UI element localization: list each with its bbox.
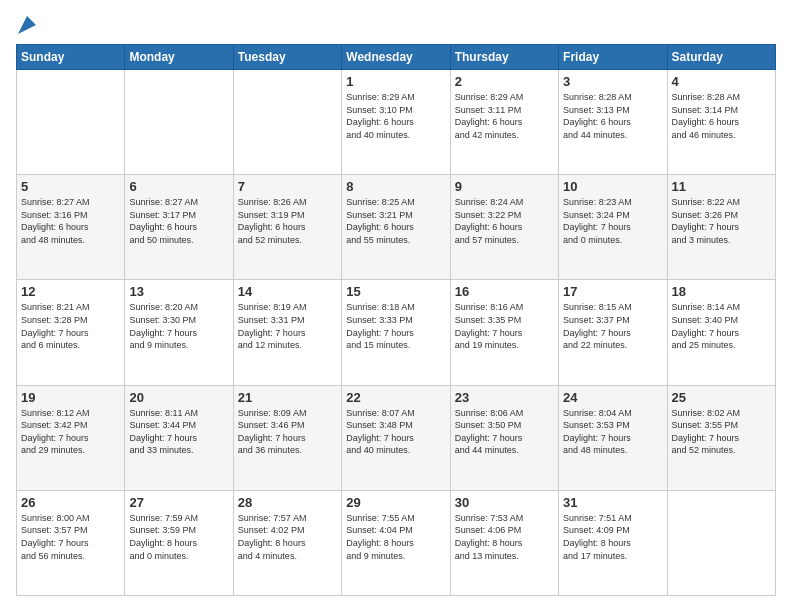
calendar-cell: 31Sunrise: 7:51 AM Sunset: 4:09 PM Dayli… bbox=[559, 490, 667, 595]
day-info: Sunrise: 8:25 AM Sunset: 3:21 PM Dayligh… bbox=[346, 196, 445, 246]
day-number: 5 bbox=[21, 179, 120, 194]
day-number: 8 bbox=[346, 179, 445, 194]
day-number: 22 bbox=[346, 390, 445, 405]
day-number: 14 bbox=[238, 284, 337, 299]
day-number: 26 bbox=[21, 495, 120, 510]
day-info: Sunrise: 8:12 AM Sunset: 3:42 PM Dayligh… bbox=[21, 407, 120, 457]
calendar-cell: 2Sunrise: 8:29 AM Sunset: 3:11 PM Daylig… bbox=[450, 70, 558, 175]
weekday-header-tuesday: Tuesday bbox=[233, 45, 341, 70]
calendar-week-row: 12Sunrise: 8:21 AM Sunset: 3:28 PM Dayli… bbox=[17, 280, 776, 385]
calendar-cell: 4Sunrise: 8:28 AM Sunset: 3:14 PM Daylig… bbox=[667, 70, 775, 175]
calendar-cell: 25Sunrise: 8:02 AM Sunset: 3:55 PM Dayli… bbox=[667, 385, 775, 490]
calendar-cell: 7Sunrise: 8:26 AM Sunset: 3:19 PM Daylig… bbox=[233, 175, 341, 280]
day-info: Sunrise: 7:55 AM Sunset: 4:04 PM Dayligh… bbox=[346, 512, 445, 562]
calendar-cell: 19Sunrise: 8:12 AM Sunset: 3:42 PM Dayli… bbox=[17, 385, 125, 490]
day-number: 20 bbox=[129, 390, 228, 405]
day-number: 1 bbox=[346, 74, 445, 89]
day-info: Sunrise: 8:27 AM Sunset: 3:16 PM Dayligh… bbox=[21, 196, 120, 246]
day-info: Sunrise: 8:26 AM Sunset: 3:19 PM Dayligh… bbox=[238, 196, 337, 246]
day-number: 4 bbox=[672, 74, 771, 89]
calendar-cell bbox=[125, 70, 233, 175]
calendar-cell: 17Sunrise: 8:15 AM Sunset: 3:37 PM Dayli… bbox=[559, 280, 667, 385]
calendar-cell: 12Sunrise: 8:21 AM Sunset: 3:28 PM Dayli… bbox=[17, 280, 125, 385]
day-number: 13 bbox=[129, 284, 228, 299]
day-number: 9 bbox=[455, 179, 554, 194]
weekday-header-wednesday: Wednesday bbox=[342, 45, 450, 70]
calendar-table: SundayMondayTuesdayWednesdayThursdayFrid… bbox=[16, 44, 776, 596]
day-number: 30 bbox=[455, 495, 554, 510]
day-number: 23 bbox=[455, 390, 554, 405]
day-number: 17 bbox=[563, 284, 662, 299]
weekday-header-friday: Friday bbox=[559, 45, 667, 70]
day-info: Sunrise: 8:28 AM Sunset: 3:13 PM Dayligh… bbox=[563, 91, 662, 141]
day-number: 29 bbox=[346, 495, 445, 510]
day-info: Sunrise: 8:04 AM Sunset: 3:53 PM Dayligh… bbox=[563, 407, 662, 457]
day-number: 6 bbox=[129, 179, 228, 194]
day-number: 15 bbox=[346, 284, 445, 299]
calendar-cell: 3Sunrise: 8:28 AM Sunset: 3:13 PM Daylig… bbox=[559, 70, 667, 175]
day-number: 27 bbox=[129, 495, 228, 510]
day-info: Sunrise: 8:22 AM Sunset: 3:26 PM Dayligh… bbox=[672, 196, 771, 246]
day-info: Sunrise: 8:27 AM Sunset: 3:17 PM Dayligh… bbox=[129, 196, 228, 246]
calendar-cell: 27Sunrise: 7:59 AM Sunset: 3:59 PM Dayli… bbox=[125, 490, 233, 595]
calendar-cell: 24Sunrise: 8:04 AM Sunset: 3:53 PM Dayli… bbox=[559, 385, 667, 490]
day-info: Sunrise: 8:06 AM Sunset: 3:50 PM Dayligh… bbox=[455, 407, 554, 457]
calendar-cell: 22Sunrise: 8:07 AM Sunset: 3:48 PM Dayli… bbox=[342, 385, 450, 490]
calendar-cell: 20Sunrise: 8:11 AM Sunset: 3:44 PM Dayli… bbox=[125, 385, 233, 490]
day-info: Sunrise: 8:18 AM Sunset: 3:33 PM Dayligh… bbox=[346, 301, 445, 351]
day-info: Sunrise: 8:00 AM Sunset: 3:57 PM Dayligh… bbox=[21, 512, 120, 562]
weekday-header-thursday: Thursday bbox=[450, 45, 558, 70]
calendar-cell bbox=[17, 70, 125, 175]
calendar-cell: 16Sunrise: 8:16 AM Sunset: 3:35 PM Dayli… bbox=[450, 280, 558, 385]
day-info: Sunrise: 8:23 AM Sunset: 3:24 PM Dayligh… bbox=[563, 196, 662, 246]
calendar-cell: 6Sunrise: 8:27 AM Sunset: 3:17 PM Daylig… bbox=[125, 175, 233, 280]
day-number: 25 bbox=[672, 390, 771, 405]
calendar-cell: 5Sunrise: 8:27 AM Sunset: 3:16 PM Daylig… bbox=[17, 175, 125, 280]
day-info: Sunrise: 8:02 AM Sunset: 3:55 PM Dayligh… bbox=[672, 407, 771, 457]
calendar-cell: 30Sunrise: 7:53 AM Sunset: 4:06 PM Dayli… bbox=[450, 490, 558, 595]
day-info: Sunrise: 7:57 AM Sunset: 4:02 PM Dayligh… bbox=[238, 512, 337, 562]
day-info: Sunrise: 7:59 AM Sunset: 3:59 PM Dayligh… bbox=[129, 512, 228, 562]
day-info: Sunrise: 8:14 AM Sunset: 3:40 PM Dayligh… bbox=[672, 301, 771, 351]
day-number: 18 bbox=[672, 284, 771, 299]
calendar-cell: 15Sunrise: 8:18 AM Sunset: 3:33 PM Dayli… bbox=[342, 280, 450, 385]
calendar-cell bbox=[233, 70, 341, 175]
day-number: 21 bbox=[238, 390, 337, 405]
calendar-week-row: 1Sunrise: 8:29 AM Sunset: 3:10 PM Daylig… bbox=[17, 70, 776, 175]
calendar-week-row: 26Sunrise: 8:00 AM Sunset: 3:57 PM Dayli… bbox=[17, 490, 776, 595]
day-number: 31 bbox=[563, 495, 662, 510]
day-number: 19 bbox=[21, 390, 120, 405]
day-info: Sunrise: 8:24 AM Sunset: 3:22 PM Dayligh… bbox=[455, 196, 554, 246]
calendar-cell: 1Sunrise: 8:29 AM Sunset: 3:10 PM Daylig… bbox=[342, 70, 450, 175]
day-info: Sunrise: 8:20 AM Sunset: 3:30 PM Dayligh… bbox=[129, 301, 228, 351]
calendar-cell: 13Sunrise: 8:20 AM Sunset: 3:30 PM Dayli… bbox=[125, 280, 233, 385]
page: SundayMondayTuesdayWednesdayThursdayFrid… bbox=[0, 0, 792, 612]
logo bbox=[16, 16, 36, 34]
calendar-cell: 10Sunrise: 8:23 AM Sunset: 3:24 PM Dayli… bbox=[559, 175, 667, 280]
calendar-cell: 14Sunrise: 8:19 AM Sunset: 3:31 PM Dayli… bbox=[233, 280, 341, 385]
calendar-cell: 11Sunrise: 8:22 AM Sunset: 3:26 PM Dayli… bbox=[667, 175, 775, 280]
svg-marker-0 bbox=[18, 16, 36, 34]
calendar-week-row: 5Sunrise: 8:27 AM Sunset: 3:16 PM Daylig… bbox=[17, 175, 776, 280]
weekday-header-saturday: Saturday bbox=[667, 45, 775, 70]
weekday-header-monday: Monday bbox=[125, 45, 233, 70]
day-number: 3 bbox=[563, 74, 662, 89]
calendar-cell: 21Sunrise: 8:09 AM Sunset: 3:46 PM Dayli… bbox=[233, 385, 341, 490]
calendar-cell: 9Sunrise: 8:24 AM Sunset: 3:22 PM Daylig… bbox=[450, 175, 558, 280]
day-number: 11 bbox=[672, 179, 771, 194]
weekday-header-row: SundayMondayTuesdayWednesdayThursdayFrid… bbox=[17, 45, 776, 70]
day-info: Sunrise: 7:51 AM Sunset: 4:09 PM Dayligh… bbox=[563, 512, 662, 562]
calendar-cell: 29Sunrise: 7:55 AM Sunset: 4:04 PM Dayli… bbox=[342, 490, 450, 595]
day-info: Sunrise: 8:09 AM Sunset: 3:46 PM Dayligh… bbox=[238, 407, 337, 457]
day-number: 16 bbox=[455, 284, 554, 299]
day-info: Sunrise: 8:29 AM Sunset: 3:10 PM Dayligh… bbox=[346, 91, 445, 141]
day-number: 12 bbox=[21, 284, 120, 299]
day-number: 28 bbox=[238, 495, 337, 510]
header bbox=[16, 16, 776, 34]
day-number: 2 bbox=[455, 74, 554, 89]
calendar-cell: 23Sunrise: 8:06 AM Sunset: 3:50 PM Dayli… bbox=[450, 385, 558, 490]
weekday-header-sunday: Sunday bbox=[17, 45, 125, 70]
calendar-week-row: 19Sunrise: 8:12 AM Sunset: 3:42 PM Dayli… bbox=[17, 385, 776, 490]
day-info: Sunrise: 8:15 AM Sunset: 3:37 PM Dayligh… bbox=[563, 301, 662, 351]
day-number: 10 bbox=[563, 179, 662, 194]
